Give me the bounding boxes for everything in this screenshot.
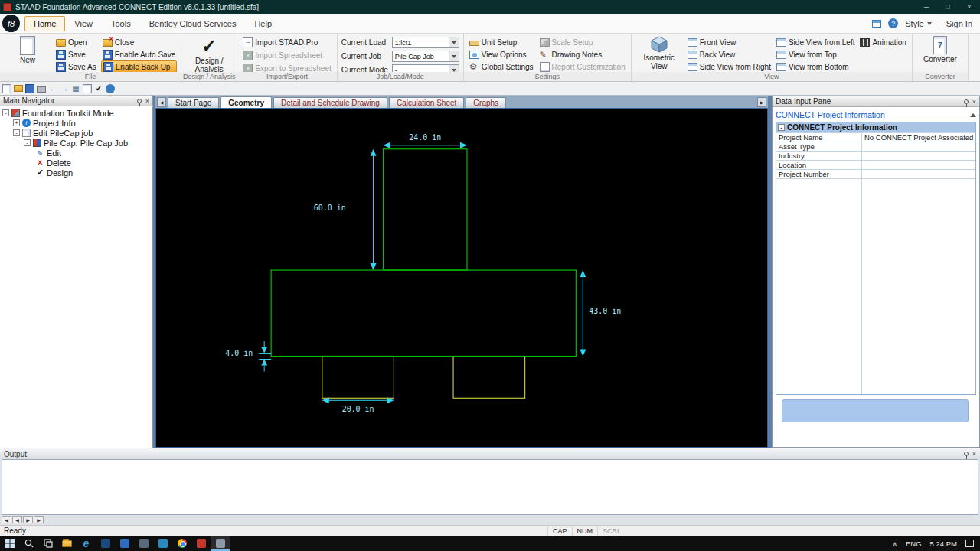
output-content[interactable] [2, 459, 978, 515]
unit-setup-button[interactable]: Unit Setup [468, 36, 535, 48]
import-staad-pro-button[interactable]: Import STAAD.Pro [241, 36, 333, 48]
tree-item-project-info[interactable]: Project Info [0, 118, 152, 128]
pinned-app-icon-4[interactable] [153, 536, 172, 551]
close-panel-icon[interactable] [972, 98, 976, 106]
design-analysis-button[interactable]: Design / Analysis [185, 36, 233, 73]
tab-tools[interactable]: Tools [102, 16, 140, 31]
search-button[interactable] [19, 536, 38, 551]
data-pane-action-button[interactable] [782, 399, 969, 422]
scale-setup-button[interactable]: Scale Setup [538, 36, 627, 48]
current-job-select[interactable]: Pile Cap Job [392, 51, 459, 62]
expand-icon[interactable] [13, 119, 20, 126]
tab-detail-and-schedule-drawing[interactable]: Detail and Schedule Drawing [273, 97, 387, 108]
check-icon[interactable] [94, 84, 103, 93]
global-settings-button[interactable]: Global Settings [468, 60, 535, 73]
language-indicator[interactable]: ENG [906, 540, 922, 548]
pinned-app-icon-red[interactable] [191, 536, 211, 551]
back-view-button[interactable]: Back View [686, 48, 773, 60]
tree-item-edit[interactable]: Edit [0, 148, 152, 158]
scroll-first-icon[interactable] [2, 516, 11, 523]
chrome-icon[interactable] [172, 536, 191, 551]
pinned-app-icon-1[interactable] [96, 536, 115, 551]
grid-header-row[interactable]: CONNECT Project Information [776, 122, 975, 132]
maximize-button[interactable] [937, 0, 959, 14]
drawing-notes-button[interactable]: Drawing Notes [538, 48, 627, 60]
table-row[interactable]: Industry [776, 151, 975, 160]
action-center-icon[interactable] [965, 540, 974, 547]
table-row[interactable]: Project Number [776, 169, 975, 178]
import-spreadsheet-button[interactable]: Import Spreadsheet [241, 49, 333, 61]
tab-view[interactable]: View [65, 16, 102, 31]
tab-calculation-sheet[interactable]: Calculation Sheet [389, 97, 464, 108]
scroll-up-icon[interactable] [970, 113, 976, 117]
tab-start-page[interactable]: Start Page [168, 97, 219, 108]
pinned-app-icon-3[interactable] [134, 536, 153, 551]
file-explorer-icon[interactable] [57, 536, 77, 551]
chevron-down-icon[interactable] [449, 51, 459, 61]
collapse-icon[interactable] [2, 109, 9, 116]
tab-home[interactable]: Home [24, 16, 65, 31]
pinned-app-icon-2[interactable] [115, 536, 134, 551]
save-icon[interactable] [25, 84, 34, 93]
connect-project-section-link[interactable]: CONNECT Project Information [773, 107, 979, 122]
geometry-drawing[interactable]: 24.0 in 60.0 in 43.0 in 4.0 in [155, 108, 768, 448]
front-view-button[interactable]: Front View [686, 36, 773, 48]
view-from-top-button[interactable]: View from Top [775, 48, 857, 60]
tree-item-pile-cap-job[interactable]: Pile Cap: Pile Cap Job [0, 138, 152, 148]
enable-backup-button[interactable]: Enable Back Up [101, 60, 178, 73]
collapse-icon[interactable] [24, 139, 31, 146]
tree-item-foundation-toolkit-mode[interactable]: Foundation Toolkit Mode [0, 108, 152, 118]
animation-button[interactable]: Animation [858, 36, 907, 48]
pin-icon[interactable] [964, 99, 969, 104]
close-file-button[interactable]: Close [101, 36, 178, 48]
open-button[interactable]: Open [54, 36, 98, 48]
project-name-value[interactable]: No CONNECT Project Associated [862, 133, 975, 142]
scroll-right-icon[interactable] [23, 516, 33, 523]
scroll-last-icon[interactable] [34, 516, 44, 523]
tray-expand-icon[interactable] [892, 540, 897, 548]
asset-type-value[interactable] [862, 142, 975, 151]
enable-auto-save-button[interactable]: Enable Auto Save [101, 48, 178, 60]
save-as-button[interactable]: Save As [54, 60, 98, 73]
isometric-view-button[interactable]: Isometric View [635, 36, 683, 73]
layout-icon[interactable] [872, 20, 881, 28]
save-button[interactable]: Save [54, 48, 98, 60]
report-icon[interactable] [83, 84, 92, 93]
minimize-button[interactable] [916, 0, 937, 14]
tab-graphs[interactable]: Graphs [466, 97, 506, 108]
view-options-button[interactable]: View Options [468, 48, 535, 60]
redo-icon[interactable] [60, 84, 69, 93]
tab-bentley-cloud-services[interactable]: Bentley Cloud Services [140, 16, 246, 31]
print-icon[interactable] [37, 86, 46, 93]
collapse-icon[interactable] [778, 124, 785, 131]
start-button[interactable] [0, 536, 19, 551]
close-panel-icon[interactable] [145, 97, 149, 105]
style-menu[interactable]: Style [905, 19, 931, 28]
new-button[interactable]: New [4, 36, 51, 73]
tab-scroll-left-icon[interactable] [157, 97, 166, 107]
chevron-down-icon[interactable] [449, 37, 459, 47]
undo-icon[interactable] [48, 84, 57, 93]
report-customization-button[interactable]: Report Customization [538, 60, 627, 73]
active-app-icon[interactable] [211, 536, 230, 551]
close-panel-icon[interactable] [972, 450, 976, 458]
table-icon[interactable] [71, 84, 80, 93]
app-logo[interactable]: f8 [2, 15, 20, 32]
side-view-right-button[interactable]: Side View from Right [686, 60, 773, 73]
tab-scroll-right-icon[interactable] [757, 97, 766, 107]
table-row[interactable]: Location [776, 160, 975, 169]
help-icon[interactable] [106, 84, 115, 93]
task-view-button[interactable] [38, 536, 57, 551]
collapse-icon[interactable] [13, 129, 20, 136]
table-row[interactable]: Asset Type [776, 142, 975, 151]
table-row[interactable]: Project Name No CONNECT Project Associat… [776, 132, 975, 142]
project-number-value[interactable] [862, 170, 975, 178]
scroll-left-icon[interactable] [12, 516, 22, 523]
tree-item-delete[interactable]: Delete [0, 158, 152, 168]
side-view-left-button[interactable]: Side View from Left [775, 36, 857, 48]
pin-icon[interactable] [964, 452, 969, 456]
industry-value[interactable] [862, 152, 975, 160]
tab-help[interactable]: Help [245, 16, 281, 31]
edge-icon[interactable] [77, 536, 96, 551]
close-button[interactable] [959, 0, 980, 14]
